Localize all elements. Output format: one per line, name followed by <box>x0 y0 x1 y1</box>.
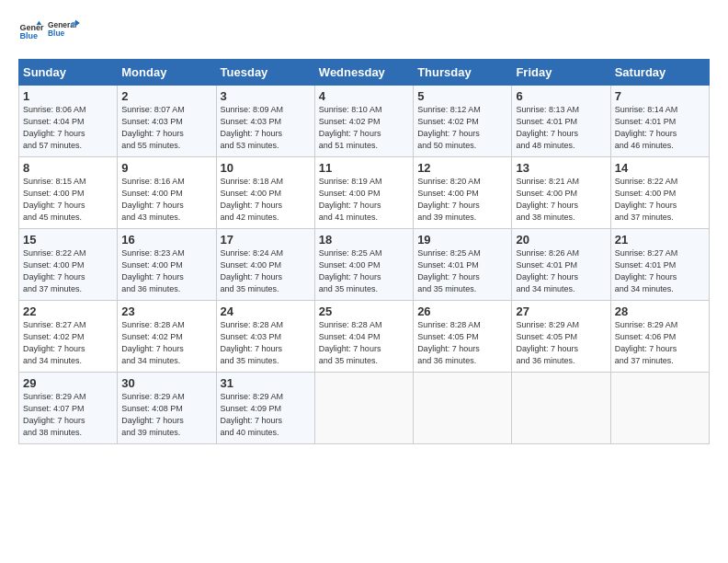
day-detail: Sunrise: 8:28 AMSunset: 4:03 PMDaylight:… <box>221 320 284 365</box>
day-cell: 2 Sunrise: 8:07 AMSunset: 4:03 PMDayligh… <box>118 86 216 157</box>
day-number: 31 <box>221 376 311 390</box>
day-cell: 13 Sunrise: 8:21 AMSunset: 4:00 PMDaylig… <box>512 157 610 229</box>
day-detail: Sunrise: 8:12 AMSunset: 4:02 PMDaylight:… <box>417 105 481 150</box>
day-cell: 9 Sunrise: 8:16 AMSunset: 4:00 PMDayligh… <box>118 157 216 229</box>
day-detail: Sunrise: 8:29 AMSunset: 4:05 PMDaylight:… <box>516 320 579 365</box>
day-number: 14 <box>615 161 705 175</box>
day-number: 24 <box>221 304 311 318</box>
day-number: 5 <box>417 89 507 103</box>
day-detail: Sunrise: 8:16 AMSunset: 4:00 PMDaylight:… <box>121 177 185 222</box>
day-detail: Sunrise: 8:29 AMSunset: 4:06 PMDaylight:… <box>615 320 678 365</box>
day-detail: Sunrise: 8:26 AMSunset: 4:01 PMDaylight:… <box>516 248 579 293</box>
day-number: 10 <box>221 161 311 175</box>
day-detail: Sunrise: 8:21 AMSunset: 4:00 PMDaylight:… <box>516 177 579 222</box>
day-number: 28 <box>615 304 705 318</box>
day-number: 20 <box>516 233 606 247</box>
logo-icon: General Blue <box>18 18 44 44</box>
day-detail: Sunrise: 8:18 AMSunset: 4:00 PMDaylight:… <box>221 177 284 222</box>
day-number: 8 <box>23 161 113 175</box>
column-header-tuesday: Tuesday <box>216 60 314 86</box>
day-detail: Sunrise: 8:15 AMSunset: 4:00 PMDaylight:… <box>23 177 86 222</box>
column-header-wednesday: Wednesday <box>314 60 413 86</box>
svg-text:Blue: Blue <box>48 29 65 38</box>
day-number: 13 <box>516 161 606 175</box>
day-cell: 27 Sunrise: 8:29 AMSunset: 4:05 PMDaylig… <box>512 301 610 373</box>
day-number: 2 <box>121 89 211 103</box>
day-number: 25 <box>319 304 409 318</box>
day-cell: 16 Sunrise: 8:23 AMSunset: 4:00 PMDaylig… <box>118 229 216 301</box>
day-cell: 28 Sunrise: 8:29 AMSunset: 4:06 PMDaylig… <box>610 301 709 373</box>
day-cell <box>512 373 610 444</box>
day-cell: 21 Sunrise: 8:27 AMSunset: 4:01 PMDaylig… <box>610 229 709 301</box>
column-header-friday: Friday <box>512 60 610 86</box>
day-detail: Sunrise: 8:14 AMSunset: 4:01 PMDaylight:… <box>615 105 678 150</box>
week-row-5: 29 Sunrise: 8:29 AMSunset: 4:07 PMDaylig… <box>19 373 710 444</box>
column-header-thursday: Thursday <box>414 60 512 86</box>
day-cell: 8 Sunrise: 8:15 AMSunset: 4:00 PMDayligh… <box>19 157 118 229</box>
day-cell: 11 Sunrise: 8:19 AMSunset: 4:00 PMDaylig… <box>314 157 413 229</box>
day-detail: Sunrise: 8:28 AMSunset: 4:04 PMDaylight:… <box>319 320 382 365</box>
day-cell: 17 Sunrise: 8:24 AMSunset: 4:00 PMDaylig… <box>216 229 314 301</box>
day-cell: 5 Sunrise: 8:12 AMSunset: 4:02 PMDayligh… <box>414 86 512 157</box>
day-number: 21 <box>615 233 705 247</box>
day-cell: 20 Sunrise: 8:26 AMSunset: 4:01 PMDaylig… <box>512 229 610 301</box>
day-cell: 19 Sunrise: 8:25 AMSunset: 4:01 PMDaylig… <box>414 229 512 301</box>
day-detail: Sunrise: 8:27 AMSunset: 4:02 PMDaylight:… <box>23 320 86 365</box>
day-cell: 31 Sunrise: 8:29 AMSunset: 4:09 PMDaylig… <box>216 373 314 444</box>
day-cell: 29 Sunrise: 8:29 AMSunset: 4:07 PMDaylig… <box>19 373 118 444</box>
day-number: 22 <box>23 304 113 318</box>
day-number: 4 <box>319 89 409 103</box>
day-detail: Sunrise: 8:23 AMSunset: 4:00 PMDaylight:… <box>121 248 185 293</box>
day-number: 16 <box>121 233 211 247</box>
day-detail: Sunrise: 8:25 AMSunset: 4:01 PMDaylight:… <box>417 248 481 293</box>
day-number: 17 <box>221 233 311 247</box>
day-number: 18 <box>319 233 409 247</box>
day-number: 23 <box>121 304 211 318</box>
day-number: 11 <box>319 161 409 175</box>
day-detail: Sunrise: 8:22 AMSunset: 4:00 PMDaylight:… <box>615 177 678 222</box>
day-number: 12 <box>417 161 507 175</box>
day-detail: Sunrise: 8:06 AMSunset: 4:04 PMDaylight:… <box>23 105 86 150</box>
day-number: 9 <box>121 161 211 175</box>
day-detail: Sunrise: 8:22 AMSunset: 4:00 PMDaylight:… <box>23 248 86 293</box>
week-row-3: 15 Sunrise: 8:22 AMSunset: 4:00 PMDaylig… <box>19 229 710 301</box>
day-number: 3 <box>221 89 311 103</box>
day-cell <box>414 373 512 444</box>
day-detail: Sunrise: 8:24 AMSunset: 4:00 PMDaylight:… <box>221 248 284 293</box>
logo: General Blue General Blue <box>18 15 81 48</box>
day-detail: Sunrise: 8:29 AMSunset: 4:09 PMDaylight:… <box>221 392 284 437</box>
day-number: 7 <box>615 89 705 103</box>
day-cell: 7 Sunrise: 8:14 AMSunset: 4:01 PMDayligh… <box>610 86 709 157</box>
day-number: 30 <box>121 376 211 390</box>
page: General Blue General Blue <box>0 0 728 454</box>
day-detail: Sunrise: 8:09 AMSunset: 4:03 PMDaylight:… <box>221 105 284 150</box>
day-number: 15 <box>23 233 113 247</box>
day-cell: 18 Sunrise: 8:25 AMSunset: 4:00 PMDaylig… <box>314 229 413 301</box>
day-detail: Sunrise: 8:19 AMSunset: 4:00 PMDaylight:… <box>319 177 382 222</box>
day-number: 1 <box>23 89 113 103</box>
day-detail: Sunrise: 8:29 AMSunset: 4:08 PMDaylight:… <box>121 392 185 437</box>
day-cell: 24 Sunrise: 8:28 AMSunset: 4:03 PMDaylig… <box>216 301 314 373</box>
svg-text:Blue: Blue <box>19 31 38 40</box>
day-detail: Sunrise: 8:28 AMSunset: 4:02 PMDaylight:… <box>121 320 185 365</box>
day-number: 27 <box>516 304 606 318</box>
day-number: 26 <box>417 304 507 318</box>
week-row-4: 22 Sunrise: 8:27 AMSunset: 4:02 PMDaylig… <box>19 301 710 373</box>
week-row-2: 8 Sunrise: 8:15 AMSunset: 4:00 PMDayligh… <box>19 157 710 229</box>
day-number: 19 <box>417 233 507 247</box>
day-cell: 26 Sunrise: 8:28 AMSunset: 4:05 PMDaylig… <box>414 301 512 373</box>
day-cell: 23 Sunrise: 8:28 AMSunset: 4:02 PMDaylig… <box>118 301 216 373</box>
day-detail: Sunrise: 8:13 AMSunset: 4:01 PMDaylight:… <box>516 105 579 150</box>
calendar-table: SundayMondayTuesdayWednesdayThursdayFrid… <box>18 59 710 444</box>
day-number: 29 <box>23 376 113 390</box>
day-detail: Sunrise: 8:28 AMSunset: 4:05 PMDaylight:… <box>417 320 481 365</box>
day-cell: 12 Sunrise: 8:20 AMSunset: 4:00 PMDaylig… <box>414 157 512 229</box>
day-cell: 4 Sunrise: 8:10 AMSunset: 4:02 PMDayligh… <box>314 86 413 157</box>
day-detail: Sunrise: 8:20 AMSunset: 4:00 PMDaylight:… <box>417 177 481 222</box>
day-detail: Sunrise: 8:25 AMSunset: 4:00 PMDaylight:… <box>319 248 382 293</box>
day-number: 6 <box>516 89 606 103</box>
day-cell: 14 Sunrise: 8:22 AMSunset: 4:00 PMDaylig… <box>610 157 709 229</box>
day-detail: Sunrise: 8:29 AMSunset: 4:07 PMDaylight:… <box>23 392 86 437</box>
column-header-monday: Monday <box>118 60 216 86</box>
day-detail: Sunrise: 8:10 AMSunset: 4:02 PMDaylight:… <box>319 105 382 150</box>
